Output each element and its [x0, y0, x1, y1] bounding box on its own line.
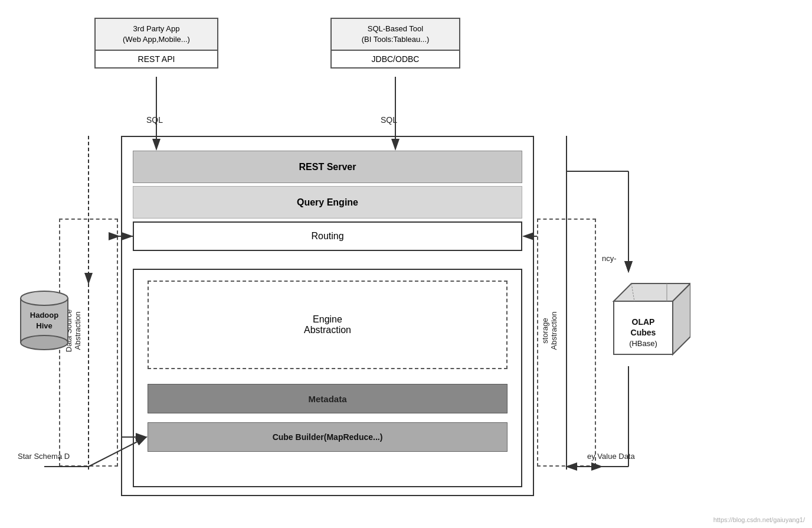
ncy-label: ncy-	[602, 254, 617, 263]
top-right-box: SQL-Based Tool (BI Tools:Tableau...) JDB…	[330, 18, 460, 69]
routing-bar: Routing	[133, 221, 522, 251]
query-engine-bar: Query Engine	[133, 186, 522, 219]
svg-point-1	[21, 291, 68, 305]
svg-text:Hive: Hive	[36, 321, 52, 330]
svg-text:OLAP: OLAP	[632, 317, 655, 327]
svg-text:Cubes: Cubes	[631, 328, 656, 337]
svg-text:Hadoop: Hadoop	[30, 311, 58, 320]
watermark: https://blog.csdn.net/gaiuyang1/	[713, 516, 805, 523]
engine-abstraction-box: Engine Abstraction	[148, 281, 508, 369]
storage-abstraction-label: storage Abstraction	[541, 311, 558, 350]
sql-left-label: SQL	[146, 115, 163, 125]
query-engine-text: Query Engine	[297, 197, 358, 208]
metadata-text: Metadata	[308, 394, 346, 404]
top-right-title: SQL-Based Tool (BI Tools:Tableau...)	[332, 19, 459, 50]
svg-text:(HBase): (HBase)	[629, 339, 657, 348]
rest-server-bar: REST Server	[133, 151, 522, 183]
top-left-title: 3rd Party App (Web App,Mobile...)	[96, 19, 217, 50]
jdbc-odbc-label: JDBC/ODBC	[332, 50, 459, 67]
diagram-container: 3rd Party App (Web App,Mobile...) REST A…	[0, 0, 812, 528]
top-left-box: 3rd Party App (Web App,Mobile...) REST A…	[94, 18, 218, 69]
cube-builder-text: Cube Builder(MapReduce...)	[273, 432, 383, 442]
sql-right-label: SQL	[381, 115, 397, 125]
star-schema-label: Star Schema D	[18, 452, 70, 461]
metadata-bar: Metadata	[148, 384, 508, 413]
key-value-label: ey Value Data	[587, 452, 635, 461]
svg-point-2	[21, 335, 68, 350]
rest-api-label: REST API	[96, 50, 217, 67]
engine-abstraction-text: Engine Abstraction	[304, 314, 351, 335]
hadoop-hive: Hadoop Hive	[18, 283, 71, 357]
olap-cubes: OLAP Cubes (HBase)	[602, 272, 690, 369]
rest-server-text: REST Server	[299, 162, 356, 172]
cube-builder-bar: Cube Builder(MapReduce...)	[148, 422, 508, 452]
routing-text: Routing	[311, 231, 343, 242]
